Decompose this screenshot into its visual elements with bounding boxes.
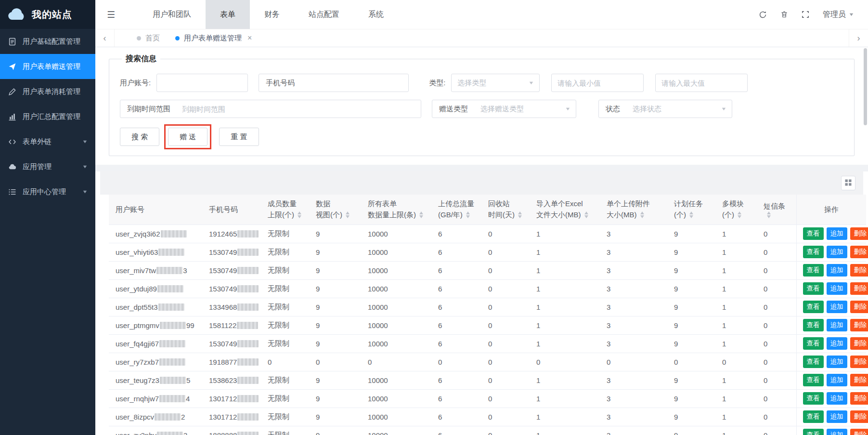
account-input[interactable] <box>156 74 248 92</box>
cell-value: 1 <box>717 279 759 298</box>
type-select[interactable]: 选择类型 ▼ <box>451 74 540 92</box>
sidebar-item[interactable]: 用户表单赠送管理 <box>0 54 95 79</box>
cell-phone: 1530749 <box>204 243 263 261</box>
sort-icon[interactable] <box>689 211 693 218</box>
column-header[interactable]: 短信条 <box>759 195 796 224</box>
sort-icon[interactable] <box>419 211 423 218</box>
topnav-item[interactable]: 财务 <box>250 0 294 29</box>
append-button[interactable]: 追加 <box>827 227 847 240</box>
fullscreen-icon[interactable] <box>802 11 809 18</box>
append-button[interactable]: 追加 <box>827 374 847 386</box>
append-button[interactable]: 追加 <box>827 356 847 368</box>
reset-button[interactable]: 重 置 <box>219 128 259 146</box>
append-button[interactable]: 追加 <box>827 246 847 258</box>
admin-menu[interactable]: 管理员 ▼ <box>823 10 854 20</box>
trash-icon[interactable] <box>780 11 788 18</box>
sort-icon[interactable] <box>466 211 470 218</box>
sort-icon[interactable] <box>738 211 741 218</box>
max-value-input[interactable] <box>655 74 748 92</box>
collapse-sidebar-icon[interactable]: ☰ <box>95 0 127 29</box>
tab-item[interactable]: 用户表单赠送管理× <box>168 29 259 47</box>
sort-icon[interactable] <box>518 211 522 218</box>
status-addon-label: 状态 <box>599 105 627 114</box>
status-select[interactable]: 选择状态 ▼ <box>627 101 732 117</box>
topnav: 用户和团队表单财务站点配置系统 <box>138 0 398 29</box>
view-button[interactable]: 查看 <box>803 264 824 277</box>
cell-account: user_miv7tw3 <box>109 261 204 279</box>
phone-input[interactable] <box>301 75 408 91</box>
cell-value: 9 <box>669 243 717 261</box>
sidebar-item[interactable]: 应用管理▼ <box>0 154 95 179</box>
append-button[interactable]: 追加 <box>827 301 847 313</box>
view-button[interactable]: 查看 <box>803 301 824 313</box>
tab-scroll-left-icon[interactable]: ‹ <box>95 29 115 47</box>
view-button[interactable]: 查看 <box>803 337 824 350</box>
view-button[interactable]: 查看 <box>803 374 824 386</box>
view-button[interactable]: 查看 <box>803 410 824 423</box>
topnav-item[interactable]: 表单 <box>206 0 250 29</box>
cell-value: 9 <box>311 371 363 389</box>
sort-icon[interactable] <box>767 211 771 218</box>
column-header[interactable]: 成员数量上限(个) <box>263 195 311 224</box>
column-header[interactable]: 上传总流量(GB/年) <box>433 195 483 224</box>
redacted-text <box>237 395 259 402</box>
view-button[interactable]: 查看 <box>803 429 824 435</box>
section-divider <box>95 165 868 171</box>
sort-icon[interactable] <box>346 211 350 218</box>
column-header[interactable]: 计划任务(个) <box>669 195 717 224</box>
table-row: user_ytduj891530749无限制9100006013910查看追加删… <box>109 279 866 298</box>
append-button[interactable]: 追加 <box>827 429 847 435</box>
refresh-icon[interactable] <box>759 11 767 19</box>
column-header[interactable]: 多模块(个) <box>717 195 759 224</box>
column-header[interactable]: 所有表单数据量上限(条) <box>363 195 433 224</box>
append-button[interactable]: 追加 <box>827 337 847 350</box>
search-button[interactable]: 搜 索 <box>120 128 159 146</box>
sidebar-item[interactable]: 用户汇总配置管理 <box>0 104 95 129</box>
sort-icon[interactable] <box>584 211 588 218</box>
cell-phone: 1530749 <box>204 261 263 279</box>
column-header[interactable]: 导入单个Excel文件大小(MB) <box>531 195 602 224</box>
topnav-item[interactable]: 站点配置 <box>294 0 354 29</box>
sort-icon[interactable] <box>640 211 644 218</box>
tab-scroll-right-icon[interactable]: › <box>849 29 868 47</box>
append-button[interactable]: 追加 <box>827 392 847 405</box>
append-button[interactable]: 追加 <box>827 282 847 295</box>
sidebar-item[interactable]: 用户基础配置管理 <box>0 29 95 54</box>
cell-value: 1 <box>717 224 759 243</box>
view-button[interactable]: 查看 <box>803 282 824 295</box>
date-range-input[interactable] <box>177 101 421 117</box>
sort-icon[interactable] <box>298 211 301 218</box>
append-button[interactable]: 追加 <box>827 410 847 423</box>
append-button[interactable]: 追加 <box>827 319 847 331</box>
tab-item[interactable]: 首页 <box>129 29 168 47</box>
append-button[interactable]: 追加 <box>827 264 847 277</box>
column-header[interactable]: 回收站时间(天) <box>483 195 531 224</box>
view-button[interactable]: 查看 <box>803 356 824 368</box>
cell-value: 6 <box>433 426 483 435</box>
sidebar-item[interactable]: 应用中心管理▼ <box>0 179 95 204</box>
vertical-scrollbar[interactable] <box>864 48 867 432</box>
sidebar-item[interactable]: 用户表单消耗管理 <box>0 79 95 104</box>
view-button[interactable]: 查看 <box>803 392 824 405</box>
sidebar-item[interactable]: 表单外链▼ <box>0 129 95 154</box>
view-button[interactable]: 查看 <box>803 246 824 258</box>
scrollbar-thumb[interactable] <box>864 48 867 125</box>
redacted-text <box>237 358 259 366</box>
view-button[interactable]: 查看 <box>803 319 824 331</box>
column-header[interactable]: 单个上传附件大小(MB) <box>602 195 669 224</box>
min-value-input[interactable] <box>551 74 644 92</box>
topnav-item[interactable]: 用户和团队 <box>138 0 206 29</box>
cell-phone: 1912465 <box>204 224 263 243</box>
column-settings-button[interactable] <box>841 176 855 190</box>
column-header[interactable]: 数据视图(个) <box>311 195 363 224</box>
cell-value: 1 <box>717 243 759 261</box>
table-row: user_dpt55t31334968无限制9100006013910查看追加删… <box>109 298 866 316</box>
view-button[interactable]: 查看 <box>803 227 824 240</box>
cell-value: 0 <box>483 371 531 389</box>
close-icon[interactable]: × <box>247 34 252 42</box>
gift-type-select[interactable]: 选择赠送类型 ▼ <box>475 101 576 117</box>
topnav-item[interactable]: 系统 <box>354 0 398 29</box>
cell-value: 10000 <box>363 243 433 261</box>
gift-button[interactable]: 赠 送 <box>168 128 207 146</box>
cell-value: 1 <box>531 279 602 298</box>
